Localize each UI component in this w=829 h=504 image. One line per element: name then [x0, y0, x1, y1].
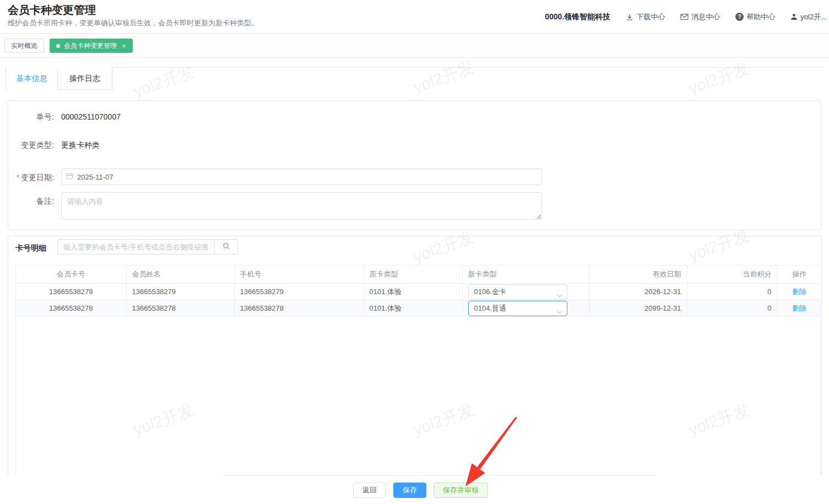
cell-points: 0 [687, 300, 777, 317]
table-row: 13665538278 13665538278 13665538278 0101… [16, 300, 821, 317]
card-search-input[interactable] [57, 239, 214, 254]
tabs: 基本信息 操作日志 [6, 67, 823, 90]
save-button[interactable]: 保存 [393, 483, 426, 498]
app-header: 会员卡种变更管理 维护会员卡所用卡种，变更单确认审核后生效，会员卡即时更新为新卡… [0, 0, 829, 34]
search-icon [223, 242, 230, 252]
message-icon [680, 13, 689, 20]
nav-user-label: yol2开... [800, 12, 827, 22]
nav-download-label: 下载中心 [636, 12, 665, 22]
col-points: 当前积分 [687, 265, 777, 284]
card-search-group [57, 239, 238, 254]
change-date-picker[interactable] [61, 169, 542, 185]
cell-card-no: 13665538279 [16, 284, 126, 300]
order-no-label: 单号: [8, 112, 54, 121]
card-detail-table: 会员卡号 会员姓名 手机号 原卡类型 新卡类型 有效日期 当前积分 操作 136… [15, 265, 821, 474]
col-action: 操作 [777, 265, 821, 284]
col-new-type: 新卡类型 [462, 265, 589, 284]
header-right: 0000.领锋智能科技 下载中心 消息中心 ? 帮助中心 yol2开... [545, 0, 827, 34]
change-type-label: 变更类型: [8, 140, 54, 149]
cell-phone: 13665538279 [234, 284, 364, 300]
save-and-audit-button[interactable]: 保存并审核 [434, 483, 488, 498]
new-type-select[interactable]: 0106.金卡 [468, 284, 567, 300]
active-dot-icon [56, 44, 60, 48]
new-type-select[interactable]: 0104.普通 [468, 301, 567, 316]
back-button[interactable]: 返回 [353, 483, 386, 498]
change-type-value: 更换卡种类 [61, 140, 100, 149]
nav-download-center[interactable]: 下载中心 [626, 12, 665, 22]
remark-label: 备注: [8, 197, 54, 205]
cell-valid-date: 2099-12-31 [589, 300, 687, 317]
cell-old-type: 0101.体验 [364, 300, 462, 317]
chevron-down-icon [557, 307, 562, 316]
tag-realtime-overview-label: 实时概览 [11, 41, 37, 51]
cell-phone: 13665538278 [234, 300, 364, 317]
tag-bar: 实时概览 会员卡种变更管理 × [0, 34, 829, 58]
col-valid-date: 有效日期 [589, 265, 687, 284]
tab-basic-info[interactable]: 基本信息 [6, 67, 58, 90]
nav-help-label: 帮助中心 [746, 12, 775, 22]
order-no-value: 00002511070007 [61, 112, 121, 121]
col-card-no: 会员卡号 [16, 265, 126, 284]
nav-message-center[interactable]: 消息中心 [680, 12, 720, 22]
basic-info-panel: 单号: 00002511070007 变更类型: 更换卡种类 *变更日期: 备注… [8, 100, 821, 230]
company-name: 0000.领锋智能科技 [545, 12, 610, 22]
cell-member-name: 13665538278 [126, 300, 234, 317]
card-search-button[interactable] [214, 239, 238, 254]
cell-points: 0 [687, 284, 777, 300]
nav-message-label: 消息中心 [691, 12, 720, 22]
new-type-value: 0104.普通 [474, 304, 507, 313]
calendar-icon [66, 172, 73, 182]
tab-operation-log[interactable]: 操作日志 [58, 67, 112, 90]
tag-card-type-change-label: 会员卡种变更管理 [64, 41, 117, 51]
cell-valid-date: 2026-12-31 [589, 284, 687, 300]
chevron-down-icon [557, 291, 562, 299]
table-header-row: 会员卡号 会员姓名 手机号 原卡类型 新卡类型 有效日期 当前积分 操作 [16, 265, 821, 284]
nav-user-menu[interactable]: yol2开... [790, 12, 827, 22]
page-subtitle: 维护会员卡所用卡种，变更单确认审核后生效，会员卡即时更新为新卡种类型。 [8, 18, 258, 28]
cell-member-name: 13665538279 [126, 284, 234, 300]
help-icon: ? [735, 13, 744, 21]
tag-card-type-change[interactable]: 会员卡种变更管理 × [50, 39, 133, 53]
tag-realtime-overview[interactable]: 实时概览 [4, 39, 44, 53]
required-star: * [17, 173, 19, 182]
col-phone: 手机号 [234, 265, 364, 284]
cell-card-no: 13665538278 [16, 300, 126, 317]
cell-new-type: 0104.普通 [462, 300, 589, 317]
card-detail-panel: 卡号明细 会员卡号 会员姓名 手机号 原卡类型 新卡类型 有效日期 当前积分 [8, 236, 822, 475]
col-member-name: 会员姓名 [126, 265, 234, 284]
delete-link[interactable]: 删除 [792, 304, 806, 312]
download-icon [626, 13, 633, 21]
nav-help-center[interactable]: ? 帮助中心 [735, 12, 775, 22]
page-title: 会员卡种变更管理 [8, 3, 96, 18]
new-type-value: 0106.金卡 [474, 287, 507, 297]
change-date-label: *变更日期: [8, 173, 54, 182]
delete-link[interactable]: 删除 [792, 288, 806, 296]
cell-new-type: 0106.金卡 [462, 284, 589, 300]
footer-action-bar: 返回 保存 保存并审核 [0, 476, 829, 504]
cell-old-type: 0101.体验 [364, 284, 462, 300]
close-icon[interactable]: × [122, 42, 126, 50]
remark-textarea[interactable] [61, 192, 542, 220]
user-icon [790, 13, 798, 20]
card-detail-title: 卡号明细 [15, 243, 46, 253]
col-old-type: 原卡类型 [364, 265, 462, 284]
tabs-border [6, 67, 823, 68]
change-date-input[interactable] [77, 173, 541, 181]
table-row: 13665538279 13665538279 13665538279 0101… [16, 284, 821, 300]
